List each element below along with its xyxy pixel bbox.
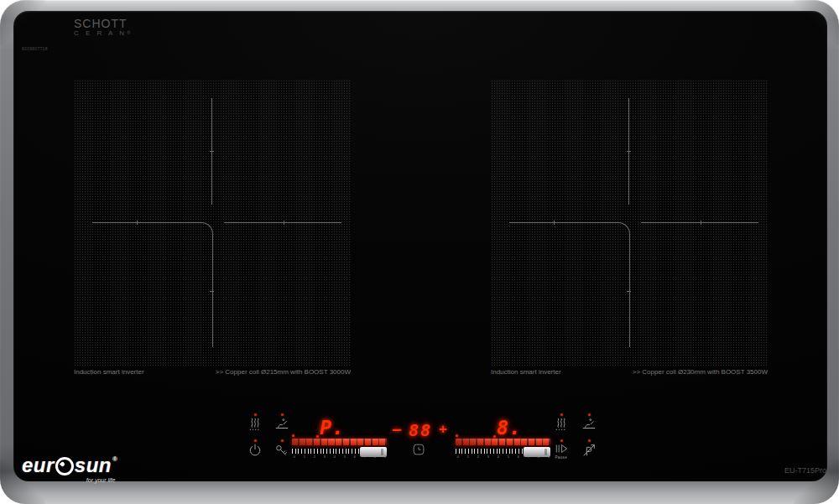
zone-tick [627, 291, 631, 292]
zone-crosshair-elbow [92, 222, 213, 347]
zone-tick [137, 221, 138, 225]
zone-info-right: >> Copper coil Ø230mm with BOOST 3500W [633, 368, 768, 376]
logo-tagline: for your life [22, 477, 117, 483]
cooking-zone-right: Induction smart inverter >> Copper coil … [491, 80, 768, 376]
slider-indicator-dot [292, 434, 294, 437]
power-icon [248, 443, 263, 458]
zone-tick [210, 291, 214, 292]
pause-control[interactable]: Pause [550, 439, 572, 460]
right-zone-display: 8. [497, 417, 522, 439]
zone-crosshair-horizontal [224, 222, 341, 223]
model-name: EU-T715Pro [784, 466, 826, 475]
timer-icon [413, 444, 425, 455]
induction-hob: SCHOTT C E R A N® 8009807718 Induction s… [0, 0, 839, 504]
zone-info-left: Induction smart inverter [74, 368, 144, 376]
timer-plus-button[interactable]: + [439, 421, 447, 437]
eurosun-logo: eursun® for your life [22, 454, 117, 483]
zone-tick [210, 151, 214, 152]
keep-warm-control[interactable] [550, 413, 572, 432]
schott-ceran-logo: SCHOTT C E R A N® [74, 18, 133, 37]
zone-info-left: Induction smart inverter [491, 368, 561, 376]
slider-indicator-dot [456, 434, 458, 437]
indicator-dot [316, 435, 319, 438]
slider-level-bar [292, 439, 387, 445]
zone-tick [627, 151, 631, 152]
indicator-dot [560, 413, 563, 416]
left-zone-display: P. [320, 417, 345, 439]
child-lock-icon [274, 443, 289, 458]
zone-tick [284, 221, 284, 225]
indicator-dot [588, 439, 591, 442]
power-slider-left[interactable]: 0123456789 [292, 439, 387, 460]
serial-code: 8009807718 [22, 47, 48, 51]
keep-warm-control[interactable] [244, 413, 266, 432]
zone-crosshair-elbow [509, 222, 630, 347]
slider-level-bar [456, 439, 550, 445]
melt-control[interactable] [578, 413, 600, 432]
melt-control[interactable] [271, 413, 293, 432]
zone-tick [701, 221, 701, 225]
zone-caption: Induction smart inverter >> Copper coil … [491, 368, 768, 376]
zone-crosshair-horizontal [641, 222, 758, 223]
keep-warm-icon [554, 417, 569, 432]
sun-logo-icon [55, 457, 74, 475]
indicator-dot [493, 435, 496, 438]
power-control[interactable] [244, 439, 266, 458]
timer-control[interactable] [413, 444, 425, 459]
indicator-dot [254, 413, 257, 416]
eurosun-wordmark: eursun® [22, 454, 117, 477]
indicator-dot [254, 439, 257, 442]
pause-icon [554, 443, 569, 455]
power-slider-right[interactable]: 0123456789 [456, 439, 550, 460]
keep-warm-icon [248, 417, 263, 432]
booster-control[interactable] [578, 439, 600, 458]
cooking-zone-surface [74, 80, 351, 366]
zone-caption: Induction smart inverter >> Copper coil … [74, 368, 351, 376]
pause-label: Pause [555, 455, 568, 460]
indicator-dot [588, 413, 591, 416]
indicator-dot [281, 439, 284, 442]
cooking-zone-surface [491, 80, 768, 366]
melt-icon [581, 417, 597, 432]
zone-tick [554, 221, 555, 225]
schott-line: SCHOTT [74, 18, 133, 30]
melt-icon [274, 417, 289, 432]
registered-mark: ® [127, 30, 133, 35]
timer-display: 88 [409, 420, 432, 440]
child-lock-control[interactable] [271, 439, 293, 458]
indicator-dot [560, 439, 563, 442]
ceran-line: C E R A N® [74, 30, 133, 37]
cooking-zone-left: Induction smart inverter >> Copper coil … [74, 80, 351, 376]
booster-icon [581, 443, 597, 458]
registered-mark: ® [112, 455, 117, 463]
indicator-dot [281, 413, 284, 416]
timer-minus-button[interactable]: – [393, 421, 401, 438]
zone-info-right: >> Copper coil Ø215mm with BOOST 3000W [216, 368, 351, 376]
